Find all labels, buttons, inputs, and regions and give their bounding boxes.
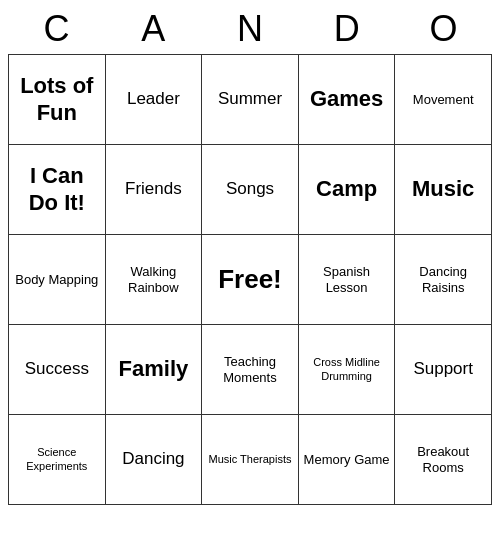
cell-text-2-4: Dancing Raisins [399, 264, 487, 295]
cell-0-4: Movement [395, 55, 492, 145]
cell-1-4: Music [395, 145, 492, 235]
cell-text-3-3: Cross Midline Drumming [303, 356, 391, 382]
cell-text-1-4: Music [412, 176, 474, 202]
cell-text-1-3: Camp [316, 176, 377, 202]
cell-2-3: Spanish Lesson [299, 235, 396, 325]
cell-4-2: Music Therapists [202, 415, 299, 505]
cell-text-0-2: Summer [218, 89, 282, 109]
cell-text-3-4: Support [413, 359, 473, 379]
header-letter-O: O [395, 8, 492, 50]
cell-text-4-4: Breakout Rooms [399, 444, 487, 475]
cell-1-0: I Can Do It! [9, 145, 106, 235]
cell-4-1: Dancing [106, 415, 203, 505]
bingo-card: Lots of FunLeaderSummerGamesMovementI Ca… [8, 54, 492, 505]
cell-2-1: Walking Rainbow [106, 235, 203, 325]
cell-text-1-1: Friends [125, 179, 182, 199]
cell-0-2: Summer [202, 55, 299, 145]
cell-text-2-1: Walking Rainbow [110, 264, 198, 295]
cell-2-4: Dancing Raisins [395, 235, 492, 325]
cell-3-4: Support [395, 325, 492, 415]
cell-4-4: Breakout Rooms [395, 415, 492, 505]
cell-text-4-3: Memory Game [304, 452, 390, 468]
cell-text-0-4: Movement [413, 92, 474, 108]
cell-text-3-0: Success [25, 359, 89, 379]
cell-1-1: Friends [106, 145, 203, 235]
cell-text-2-2: Free! [218, 264, 282, 295]
cell-1-3: Camp [299, 145, 396, 235]
cell-text-0-3: Games [310, 86, 383, 112]
cell-text-2-3: Spanish Lesson [303, 264, 391, 295]
cell-0-3: Games [299, 55, 396, 145]
cell-text-4-1: Dancing [122, 449, 184, 469]
cell-text-3-1: Family [119, 356, 189, 382]
cell-3-2: Teaching Moments [202, 325, 299, 415]
cell-4-0: Science Experiments [9, 415, 106, 505]
cell-0-1: Leader [106, 55, 203, 145]
header-row: CANDO [8, 8, 492, 50]
cell-text-3-2: Teaching Moments [206, 354, 294, 385]
header-letter-D: D [298, 8, 395, 50]
cell-3-1: Family [106, 325, 203, 415]
cell-0-0: Lots of Fun [9, 55, 106, 145]
cell-4-3: Memory Game [299, 415, 396, 505]
cell-text-4-0: Science Experiments [13, 446, 101, 472]
cell-text-1-2: Songs [226, 179, 274, 199]
cell-2-2: Free! [202, 235, 299, 325]
cell-2-0: Body Mapping [9, 235, 106, 325]
cell-text-4-2: Music Therapists [209, 453, 292, 466]
cell-3-0: Success [9, 325, 106, 415]
cell-1-2: Songs [202, 145, 299, 235]
cell-text-1-0: I Can Do It! [13, 163, 101, 216]
header-letter-C: C [8, 8, 105, 50]
header-letter-A: A [105, 8, 202, 50]
cell-text-2-0: Body Mapping [15, 272, 98, 288]
cell-text-0-0: Lots of Fun [13, 73, 101, 126]
cell-3-3: Cross Midline Drumming [299, 325, 396, 415]
header-letter-N: N [202, 8, 299, 50]
cell-text-0-1: Leader [127, 89, 180, 109]
